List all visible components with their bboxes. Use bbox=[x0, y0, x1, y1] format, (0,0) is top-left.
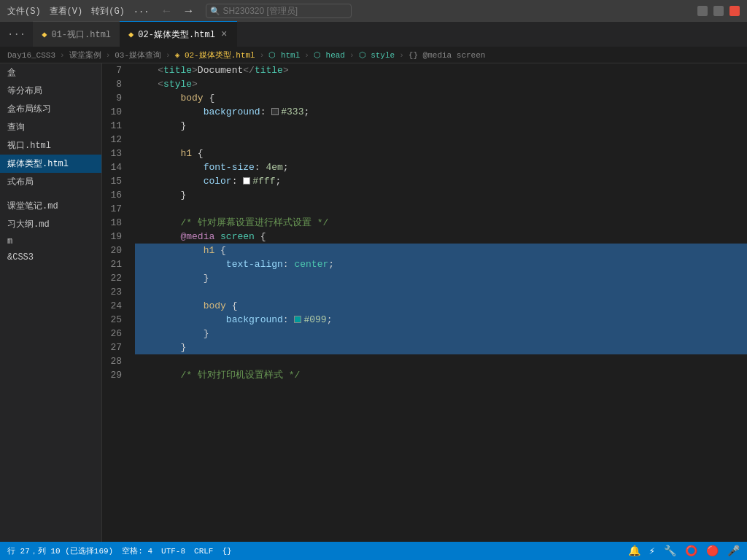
editor-area: 7 8 9 10 11 12 13 14 15 16 17 18 19 20 2… bbox=[102, 63, 747, 542]
code-line-16: } bbox=[135, 188, 747, 202]
breadcrumb-rule[interactable]: {} @media screen bbox=[409, 51, 486, 60]
line-num-18: 18 bbox=[102, 216, 129, 230]
statusbar-settings-icon[interactable]: 🔧 bbox=[664, 545, 676, 557]
titlebar: 文件(S) 查看(V) 转到(G) ... ← → 🔍 bbox=[0, 0, 747, 22]
search-input[interactable] bbox=[206, 4, 352, 18]
search-container: 🔍 bbox=[206, 4, 352, 18]
code-line-27: } bbox=[135, 341, 747, 354]
line-num-8: 8 bbox=[102, 77, 129, 91]
line-num-23: 23 bbox=[102, 285, 129, 299]
menu-more[interactable]: ... bbox=[133, 5, 150, 18]
window-maximize-button[interactable] bbox=[713, 6, 724, 16]
sidebar-item-practice[interactable]: 盒布局练习 bbox=[0, 100, 101, 118]
sidebar-item-layout[interactable]: 式布局 bbox=[0, 173, 101, 191]
window-controls bbox=[697, 6, 740, 16]
tab-close-button[interactable]: × bbox=[220, 28, 228, 40]
statusbar: 行 27，列 10 (已选择169) 空格: 4 UTF-8 CRLF {} 🔔… bbox=[0, 542, 747, 560]
tab-label: ◆ bbox=[42, 29, 47, 40]
code-line-24: body { bbox=[135, 299, 747, 313]
tabs-bar: ··· ◆ 01-视口.html ◆ 02-媒体类型.html × bbox=[0, 22, 747, 47]
statusbar-encoding[interactable]: UTF-8 bbox=[161, 547, 185, 556]
line-num-17: 17 bbox=[102, 202, 129, 216]
code-container[interactable]: 7 8 9 10 11 12 13 14 15 16 17 18 19 20 2… bbox=[102, 63, 747, 542]
line-num-11: 11 bbox=[102, 119, 129, 133]
sidebar-item-mediatype[interactable]: 媒体类型.html bbox=[0, 155, 101, 173]
breadcrumb-sep4: › bbox=[260, 51, 265, 60]
breadcrumb-sep6: › bbox=[349, 51, 355, 60]
sidebar-item-m[interactable]: m bbox=[0, 233, 101, 249]
menu-file[interactable]: 文件(S) bbox=[7, 5, 41, 18]
sidebar: 盒 等分布局 盒布局练习 查询 视口.html 媒体类型.html 式布局 课堂… bbox=[0, 63, 102, 542]
breadcrumb-media-query[interactable]: 03-媒体查询 bbox=[115, 50, 161, 61]
breadcrumb-day16[interactable]: Day16_CSS3 bbox=[7, 51, 55, 60]
line-num-22: 22 bbox=[102, 271, 129, 285]
tab-dot: ◆ bbox=[128, 29, 133, 40]
code-line-23 bbox=[135, 285, 747, 299]
sidebar-item-flex[interactable]: 等分布局 bbox=[0, 82, 101, 100]
statusbar-mic-icon[interactable]: 🎤 bbox=[727, 545, 740, 557]
search-icon: 🔍 bbox=[210, 7, 220, 16]
menu-view[interactable]: 查看(V) bbox=[50, 5, 83, 18]
sidebar-item-query[interactable]: 查询 bbox=[0, 118, 101, 136]
statusbar-language[interactable]: {} bbox=[222, 547, 231, 556]
statusbar-record-icon[interactable]: 🔴 bbox=[706, 545, 719, 557]
breadcrumb-classroom[interactable]: 课堂案例 bbox=[69, 50, 101, 61]
line-num-26: 26 bbox=[102, 327, 129, 341]
tabs-more-button[interactable]: ··· bbox=[0, 21, 33, 47]
statusbar-left: 行 27，列 10 (已选择169) 空格: 4 UTF-8 CRLF {} bbox=[7, 545, 232, 556]
breadcrumb-html[interactable]: ⬡ html bbox=[268, 50, 300, 60]
statusbar-line-ending[interactable]: CRLF bbox=[194, 547, 213, 556]
window-minimize-button[interactable] bbox=[697, 6, 708, 16]
sidebar-item-viewport[interactable]: 视口.html bbox=[0, 136, 101, 155]
line-num-24: 24 bbox=[102, 299, 129, 313]
breadcrumb-head[interactable]: ⬡ head bbox=[314, 50, 345, 60]
breadcrumb-sep2: › bbox=[106, 51, 111, 60]
sidebar-gap bbox=[0, 191, 101, 197]
statusbar-indent[interactable]: 空格: 4 bbox=[122, 545, 152, 556]
code-line-9: body { bbox=[135, 91, 747, 105]
breadcrumb-sep7: › bbox=[399, 51, 404, 60]
code-line-10: background: #333; bbox=[135, 105, 747, 119]
menu-goto[interactable]: 转到(G) bbox=[91, 5, 125, 18]
breadcrumb-style[interactable]: ⬡ style bbox=[359, 50, 395, 60]
line-num-27: 27 bbox=[102, 341, 129, 354]
line-num-12: 12 bbox=[102, 133, 129, 147]
sidebar-item-outline[interactable]: 习大纲.md bbox=[0, 215, 101, 233]
sidebar-item-box[interactable]: 盒 bbox=[0, 63, 101, 82]
statusbar-position[interactable]: 行 27，列 10 (已选择169) bbox=[7, 545, 113, 556]
line-num-14: 14 bbox=[102, 160, 129, 174]
breadcrumb-file[interactable]: ◈ 02-媒体类型.html bbox=[175, 50, 255, 61]
line-num-16: 16 bbox=[102, 188, 129, 202]
line-num-15: 15 bbox=[102, 174, 129, 188]
breadcrumb: Day16_CSS3 › 课堂案例 › 03-媒体查询 › ◈ 02-媒体类型.… bbox=[0, 47, 747, 63]
breadcrumb-sep3: › bbox=[166, 51, 171, 60]
code-line-25: background: #099; bbox=[135, 313, 747, 327]
code-editor[interactable]: <title>Document</title> <style> body { b… bbox=[135, 63, 747, 542]
code-line-13: h1 { bbox=[135, 147, 747, 160]
window-close-button[interactable] bbox=[729, 6, 740, 16]
nav-back-button[interactable]: ← bbox=[158, 3, 175, 19]
titlebar-left: 文件(S) 查看(V) 转到(G) ... ← → 🔍 bbox=[7, 3, 352, 19]
line-num-10: 10 bbox=[102, 105, 129, 119]
tab-01-vikou[interactable]: ◆ 01-视口.html bbox=[33, 21, 120, 47]
tab-02-meiti[interactable]: ◆ 02-媒体类型.html × bbox=[120, 21, 237, 47]
tab-filename: 02-媒体类型.html bbox=[138, 28, 215, 41]
code-line-8: <style> bbox=[135, 77, 747, 91]
sidebar-item-css3[interactable]: &CSS3 bbox=[0, 249, 101, 265]
statusbar-bell-icon[interactable]: 🔔 bbox=[628, 545, 640, 557]
nav-forward-button[interactable]: → bbox=[179, 3, 197, 19]
statusbar-circle-icon[interactable]: ⭕ bbox=[685, 545, 697, 557]
code-line-18: /* 针对屏幕设置进行样式设置 */ bbox=[135, 216, 747, 230]
code-line-29: /* 针对打印机设置样式 */ bbox=[135, 368, 747, 382]
sidebar-item-notes[interactable]: 课堂笔记.md bbox=[0, 197, 101, 215]
line-num-29: 29 bbox=[102, 368, 129, 382]
line-num-20: 20 bbox=[102, 244, 129, 257]
line-numbers: 7 8 9 10 11 12 13 14 15 16 17 18 19 20 2… bbox=[102, 63, 135, 542]
main-layout: 盒 等分布局 盒布局练习 查询 视口.html 媒体类型.html 式布局 课堂… bbox=[0, 63, 747, 542]
statusbar-lightning-icon[interactable]: ⚡ bbox=[649, 545, 655, 557]
line-num-21: 21 bbox=[102, 257, 129, 271]
code-line-20: h1 { bbox=[135, 244, 747, 257]
statusbar-right: 🔔 ⚡ 🔧 ⭕ 🔴 🎤 bbox=[628, 545, 740, 557]
line-num-7: 7 bbox=[102, 63, 129, 77]
breadcrumb-sep: › bbox=[60, 51, 65, 60]
